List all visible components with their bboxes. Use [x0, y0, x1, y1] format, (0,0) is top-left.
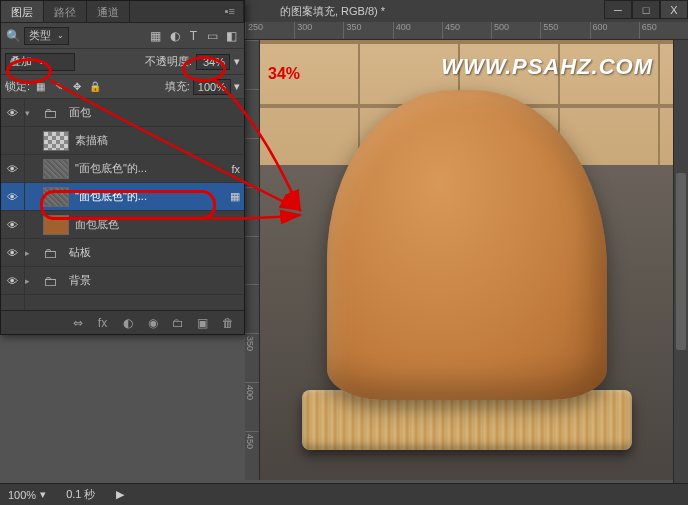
panel-tabs: 图层 路径 通道 ▪≡	[1, 1, 244, 23]
ruler-tick	[245, 138, 259, 187]
chevron-down-icon[interactable]: ▾	[234, 80, 240, 93]
filter-toolbar: 🔍 类型 ⌄ ▦ ◐ T ▭ ◧	[1, 23, 244, 49]
scrollbar-handle[interactable]	[676, 173, 686, 350]
filter-kind-label: 类型	[29, 28, 51, 43]
layer-name[interactable]: 砧板	[69, 245, 240, 260]
vertical-ruler: 350400450	[245, 40, 260, 480]
maximize-button[interactable]: □	[632, 0, 660, 19]
fill-label: 填充:	[165, 79, 190, 94]
visibility-icon[interactable]: 👁	[1, 183, 25, 210]
adjustment-icon[interactable]: ◉	[144, 314, 161, 331]
lock-pixels-icon[interactable]: ▦	[33, 79, 48, 94]
layer-thumb: 🗀	[37, 103, 63, 123]
status-time: 0.1 秒	[66, 487, 95, 502]
group-icon[interactable]: 🗀	[169, 314, 186, 331]
blend-mode-value: 叠加	[10, 54, 32, 69]
ruler-tick: 300	[294, 22, 343, 39]
ruler-tick	[245, 284, 259, 333]
fx-icon[interactable]: fx	[94, 314, 111, 331]
blend-mode-dropdown[interactable]: 叠加 ⌄	[5, 53, 75, 71]
ruler-tick: 650	[639, 22, 688, 39]
expand-icon[interactable]: ▾	[25, 108, 37, 118]
annotation-percent: 34%	[268, 65, 300, 83]
opacity-value[interactable]: 34%	[196, 54, 230, 70]
link-layers-icon[interactable]: ⇔	[69, 314, 86, 331]
visibility-icon[interactable]	[1, 127, 25, 154]
layer-thumb	[43, 215, 69, 235]
filter-smart-icon[interactable]: ◧	[223, 27, 240, 44]
layer-name[interactable]: "面包底色"的...	[75, 189, 226, 204]
layer-row[interactable]: 素描稿	[1, 127, 244, 155]
panel-footer: ⇔ fx ◐ ◉ 🗀 ▣ 🗑	[1, 310, 244, 334]
chevron-down-icon: ⌄	[57, 31, 64, 40]
tab-paths[interactable]: 路径	[44, 1, 87, 22]
blend-row: 叠加 ⌄ 不透明度: 34% ▾	[1, 49, 244, 75]
status-bar: 100% ▾ 0.1 秒 ▶	[0, 483, 688, 505]
layer-thumb	[43, 159, 69, 179]
layers-list: 👁▾🗀面包素描稿👁"面包底色"的...fx👁"面包底色"的...▦👁面包底色👁▸…	[1, 99, 244, 323]
tab-layers[interactable]: 图层	[1, 1, 44, 22]
expand-icon[interactable]: ▸	[25, 276, 37, 286]
layers-panel: 图层 路径 通道 ▪≡ 🔍 类型 ⌄ ▦ ◐ T ▭ ◧ 叠加 ⌄ 不透明度: …	[0, 0, 245, 335]
layer-name[interactable]: 素描稿	[75, 133, 240, 148]
visibility-icon[interactable]: 👁	[1, 267, 25, 294]
layer-fx-icon[interactable]: fx	[231, 163, 240, 175]
visibility-icon[interactable]: 👁	[1, 239, 25, 266]
chevron-down-icon: ▾	[40, 488, 46, 501]
canvas-area[interactable]: WWW.PSAHZ.COM 34%	[260, 40, 673, 480]
layer-row[interactable]: 👁▸🗀背景	[1, 267, 244, 295]
ruler-tick	[245, 89, 259, 138]
fill-value[interactable]: 100%	[193, 79, 231, 95]
chevron-down-icon[interactable]: ▾	[234, 55, 240, 68]
expand-icon[interactable]: ▸	[25, 248, 37, 258]
horizontal-ruler: 250300350400450500550600650	[245, 22, 688, 40]
canvas[interactable]: WWW.PSAHZ.COM 34%	[260, 40, 673, 480]
filter-shape-icon[interactable]: ▭	[204, 27, 221, 44]
ruler-tick: 350	[245, 333, 259, 382]
ruler-tick: 400	[245, 382, 259, 431]
new-layer-icon[interactable]: ▣	[194, 314, 211, 331]
layer-row[interactable]: 👁▾🗀面包	[1, 99, 244, 127]
lock-brush-icon[interactable]: ✎	[51, 79, 66, 94]
layer-name[interactable]: 背景	[69, 273, 240, 288]
layer-fx-icon[interactable]: ▦	[230, 190, 240, 203]
search-icon[interactable]: 🔍	[5, 27, 22, 44]
mask-icon[interactable]: ◐	[119, 314, 136, 331]
ruler-tick: 450	[245, 431, 259, 480]
lock-all-icon[interactable]: 🔒	[87, 79, 102, 94]
layer-name[interactable]: 面包	[69, 105, 240, 120]
trash-icon[interactable]: 🗑	[219, 314, 236, 331]
tab-channels[interactable]: 通道	[87, 1, 130, 22]
layer-row[interactable]: 👁"面包底色"的...▦	[1, 183, 244, 211]
close-button[interactable]: X	[660, 0, 688, 19]
layer-row[interactable]: 👁"面包底色"的...fx	[1, 155, 244, 183]
filter-text-icon[interactable]: T	[185, 27, 202, 44]
layer-name[interactable]: 面包底色	[75, 217, 240, 232]
layer-thumb: 🗀	[37, 243, 63, 263]
minimize-button[interactable]: ─	[604, 0, 632, 19]
ruler-tick	[245, 187, 259, 236]
document-title: 的图案填充, RGB/8) *	[280, 4, 385, 19]
lock-row: 锁定: ▦ ✎ ✥ 🔒 填充: 100% ▾	[1, 75, 244, 99]
layer-name[interactable]: "面包底色"的...	[75, 161, 227, 176]
zoom-control[interactable]: 100% ▾	[8, 488, 46, 501]
ruler-tick	[245, 236, 259, 285]
filter-kind-dropdown[interactable]: 类型 ⌄	[24, 27, 69, 45]
visibility-icon[interactable]: 👁	[1, 99, 25, 126]
filter-image-icon[interactable]: ▦	[147, 27, 164, 44]
layer-row[interactable]: 👁面包底色	[1, 211, 244, 239]
opacity-label: 不透明度:	[145, 54, 192, 69]
vertical-scrollbar[interactable]	[673, 40, 688, 483]
ruler-tick: 350	[343, 22, 392, 39]
layer-thumb	[43, 131, 69, 151]
visibility-icon[interactable]: 👁	[1, 155, 25, 182]
play-icon[interactable]: ▶	[116, 488, 124, 501]
lock-position-icon[interactable]: ✥	[69, 79, 84, 94]
lock-label: 锁定:	[5, 79, 30, 94]
layer-row[interactable]: 👁▸🗀砧板	[1, 239, 244, 267]
panel-menu-icon[interactable]: ▪≡	[217, 1, 244, 22]
filter-adjust-icon[interactable]: ◐	[166, 27, 183, 44]
visibility-icon[interactable]: 👁	[1, 211, 25, 238]
window-buttons: ─ □ X	[604, 0, 688, 19]
ruler-tick: 250	[245, 22, 294, 39]
